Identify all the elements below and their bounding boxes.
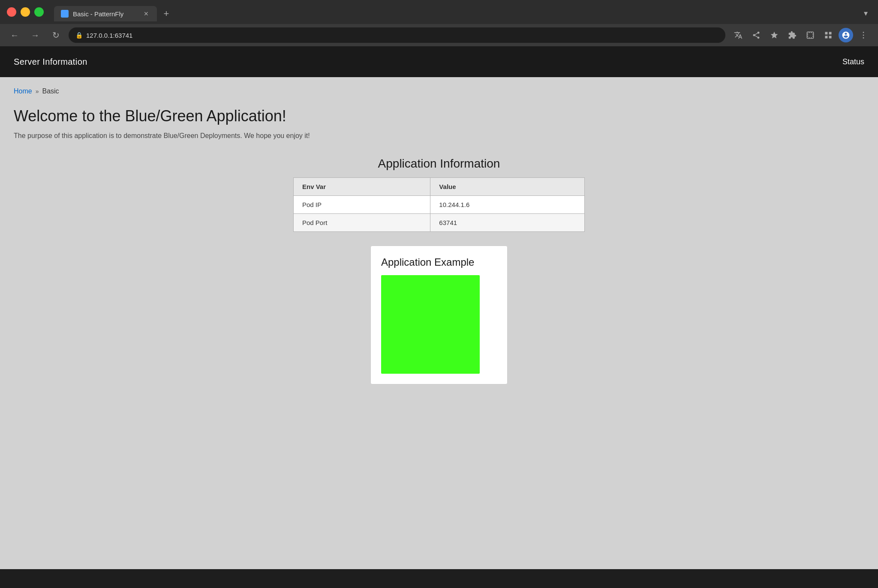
- browser-titlebar: Basic - PatternFly ✕ + ▾: [0, 0, 878, 24]
- forward-button[interactable]: →: [27, 27, 43, 43]
- star-icon[interactable]: [767, 27, 782, 43]
- page-title: Welcome to the Blue/Green Application!: [14, 107, 864, 125]
- breadcrumb-separator: »: [36, 88, 39, 95]
- profile-avatar[interactable]: [839, 28, 853, 42]
- app-info-section: Application Information Env Var Value Po…: [14, 157, 864, 384]
- active-tab[interactable]: Basic - PatternFly ✕: [54, 6, 157, 21]
- tab-dropdown-button[interactable]: ▾: [860, 5, 871, 21]
- toolbar-icons: [731, 27, 871, 43]
- new-tab-button[interactable]: +: [159, 6, 174, 21]
- breadcrumb-current: Basic: [42, 87, 59, 95]
- tab-close-button[interactable]: ✕: [142, 10, 150, 18]
- breadcrumb: Home » Basic: [14, 87, 864, 95]
- reload-button[interactable]: ↻: [48, 27, 63, 43]
- svg-point-6: [863, 35, 864, 36]
- table-row: Pod IP10.244.1.6: [294, 196, 585, 214]
- breadcrumb-home-link[interactable]: Home: [14, 87, 32, 95]
- nav-status-link[interactable]: Status: [842, 57, 864, 66]
- svg-rect-2: [829, 32, 832, 35]
- browser-chrome: Basic - PatternFly ✕ + ▾ ← → ↻ 🔒 127.0.0…: [0, 0, 878, 46]
- traffic-light-green[interactable]: [34, 7, 44, 17]
- page-subtitle: The purpose of this application is to de…: [14, 132, 864, 140]
- table-cell-value: 63741: [430, 214, 585, 232]
- back-button[interactable]: ←: [7, 27, 22, 43]
- table-cell-env-var: Pod Port: [294, 214, 430, 232]
- svg-rect-0: [807, 32, 814, 39]
- info-table: Env Var Value Pod IP10.244.1.6Pod Port63…: [293, 177, 585, 232]
- svg-rect-1: [825, 32, 828, 35]
- translate-icon[interactable]: [731, 27, 746, 43]
- traffic-light-red[interactable]: [7, 7, 16, 17]
- table-cell-env-var: Pod IP: [294, 196, 430, 214]
- nav-title: Server Information: [14, 57, 87, 67]
- table-row: Pod Port63741: [294, 214, 585, 232]
- svg-point-7: [863, 37, 864, 39]
- address-bar[interactable]: 🔒 127.0.0.1:63741: [69, 27, 725, 43]
- table-cell-value: 10.244.1.6: [430, 196, 585, 214]
- traffic-lights: [7, 7, 44, 17]
- browser-toolbar: ← → ↻ 🔒 127.0.0.1:63741: [0, 24, 878, 46]
- svg-rect-3: [825, 36, 828, 39]
- puzzle-icon[interactable]: [803, 27, 818, 43]
- app-example-title: Application Example: [381, 256, 474, 268]
- table-header-env-var: Env Var: [294, 178, 430, 196]
- grid-icon[interactable]: [821, 27, 836, 43]
- app-example-card: Application Example: [370, 246, 508, 384]
- info-section-title: Application Information: [293, 157, 585, 171]
- menu-icon[interactable]: [856, 27, 871, 43]
- svg-point-5: [863, 32, 864, 33]
- info-table-container: Application Information Env Var Value Po…: [293, 157, 585, 232]
- table-header-value: Value: [430, 178, 585, 196]
- app-nav: Server Information Status: [0, 46, 878, 77]
- traffic-light-yellow[interactable]: [21, 7, 30, 17]
- share-icon[interactable]: [749, 27, 764, 43]
- lock-icon: 🔒: [75, 32, 83, 39]
- green-color-box: [381, 275, 480, 374]
- app-wrapper: Server Information Status Home » Basic W…: [0, 46, 878, 569]
- tab-label: Basic - PatternFly: [73, 10, 138, 18]
- tab-favicon: [61, 10, 69, 18]
- extension-icon[interactable]: [785, 27, 800, 43]
- content-area: Home » Basic Welcome to the Blue/Green A…: [0, 77, 878, 569]
- address-text: 127.0.0.1:63741: [86, 32, 132, 39]
- tab-bar: Basic - PatternFly ✕ + ▾: [54, 3, 871, 21]
- svg-rect-4: [829, 36, 832, 39]
